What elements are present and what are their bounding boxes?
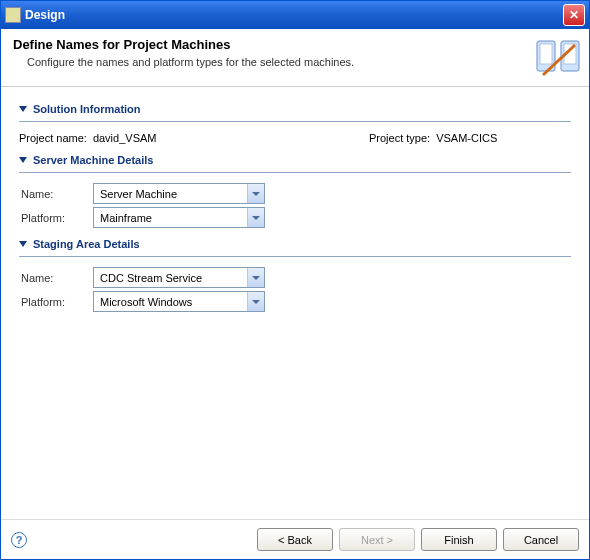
staging-platform-combo[interactable]: Microsoft Windows — [93, 291, 265, 312]
help-icon[interactable]: ? — [11, 532, 27, 548]
section-title: Staging Area Details — [33, 238, 140, 250]
section-title: Solution Information — [33, 103, 141, 115]
close-icon: ✕ — [569, 8, 579, 22]
project-type-value: VSAM-CICS — [436, 132, 497, 144]
page-subtitle: Configure the names and platform types f… — [27, 56, 577, 68]
combo-value: Microsoft Windows — [100, 296, 247, 308]
solution-info-row: Project name: david_VSAM Project type: V… — [19, 132, 571, 144]
server-name-combo[interactable]: Server Machine — [93, 183, 265, 204]
section-rule — [19, 121, 571, 122]
chevron-down-icon[interactable] — [247, 268, 264, 287]
section-title: Server Machine Details — [33, 154, 153, 166]
app-icon — [5, 7, 21, 23]
section-rule — [19, 172, 571, 173]
section-solution-information[interactable]: Solution Information — [19, 103, 571, 115]
section-staging-area-details[interactable]: Staging Area Details — [19, 238, 571, 250]
twisty-icon — [19, 241, 27, 247]
window-title: Design — [25, 8, 65, 22]
next-button: Next > — [339, 528, 415, 551]
wizard-header: Define Names for Project Machines Config… — [1, 29, 589, 87]
finish-button[interactable]: Finish — [421, 528, 497, 551]
wizard-footer: ? < Back Next > Finish Cancel — [1, 519, 589, 559]
svg-rect-1 — [540, 44, 552, 64]
wizard-content: Solution Information Project name: david… — [1, 87, 589, 519]
section-server-machine-details[interactable]: Server Machine Details — [19, 154, 571, 166]
combo-value: CDC Stream Service — [100, 272, 247, 284]
section-rule — [19, 256, 571, 257]
staging-name-label: Name: — [19, 272, 93, 284]
wizard-header-icon — [535, 35, 581, 79]
staging-name-combo[interactable]: CDC Stream Service — [93, 267, 265, 288]
titlebar[interactable]: Design ✕ — [1, 1, 589, 29]
chevron-down-icon[interactable] — [247, 292, 264, 311]
project-name-label: Project name: — [19, 132, 87, 144]
chevron-down-icon[interactable] — [247, 208, 264, 227]
chevron-down-icon[interactable] — [247, 184, 264, 203]
close-button[interactable]: ✕ — [563, 4, 585, 26]
server-platform-combo[interactable]: Mainframe — [93, 207, 265, 228]
project-name-value: david_VSAM — [93, 132, 157, 144]
combo-value: Mainframe — [100, 212, 247, 224]
project-type-label: Project type: — [369, 132, 430, 144]
twisty-icon — [19, 157, 27, 163]
server-platform-label: Platform: — [19, 212, 93, 224]
server-name-label: Name: — [19, 188, 93, 200]
page-title: Define Names for Project Machines — [13, 37, 577, 52]
back-button[interactable]: < Back — [257, 528, 333, 551]
staging-platform-label: Platform: — [19, 296, 93, 308]
combo-value: Server Machine — [100, 188, 247, 200]
twisty-icon — [19, 106, 27, 112]
cancel-button[interactable]: Cancel — [503, 528, 579, 551]
